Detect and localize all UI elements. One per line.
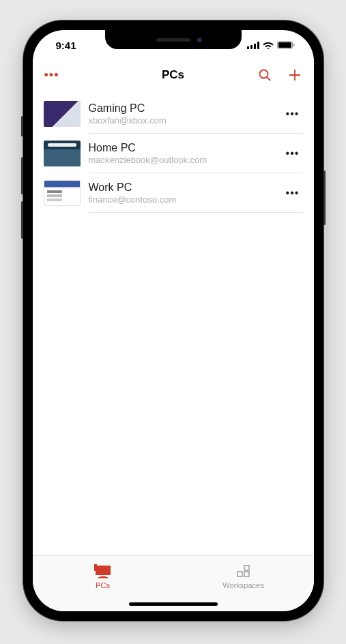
wifi-icon <box>263 41 274 49</box>
svg-point-7 <box>259 70 268 78</box>
status-time: 9:41 <box>56 40 76 51</box>
phone-frame: 9:41 ••• PCs <box>23 20 323 621</box>
svg-rect-3 <box>257 42 259 49</box>
list-item[interactable]: Home PC mackenziebook@outlook.com ••• <box>33 134 314 173</box>
notch <box>105 30 242 49</box>
svg-rect-12 <box>94 564 97 571</box>
svg-rect-1 <box>250 45 253 49</box>
tab-label: PCs <box>96 581 110 589</box>
tab-workspaces[interactable]: Workspaces <box>173 556 314 598</box>
cellular-icon <box>247 42 259 49</box>
search-button[interactable] <box>257 67 273 83</box>
status-indicators <box>247 41 295 49</box>
item-more-button[interactable]: ••• <box>283 108 303 119</box>
svg-line-8 <box>267 77 270 80</box>
add-button[interactable] <box>287 67 303 83</box>
pc-account: mackenziebook@outlook.com <box>89 155 274 165</box>
workspaces-icon <box>235 564 253 579</box>
list-item[interactable]: Gaming PC xboxfan@xbox.com ••• <box>33 94 314 134</box>
pc-name: Gaming PC <box>89 102 274 115</box>
svg-rect-14 <box>98 577 108 579</box>
pc-name: Work PC <box>89 181 274 194</box>
header: ••• PCs <box>33 60 314 90</box>
plus-icon <box>287 68 302 83</box>
pc-thumbnail <box>44 180 81 206</box>
svg-rect-13 <box>100 576 106 577</box>
pc-account: xboxfan@xbox.com <box>89 115 274 126</box>
svg-rect-11 <box>96 566 111 575</box>
pc-thumbnail <box>44 141 81 166</box>
svg-rect-5 <box>278 42 291 48</box>
svg-rect-0 <box>247 46 249 49</box>
list-item[interactable]: Work PC finance@contoso.com ••• <box>33 173 314 213</box>
svg-rect-17 <box>244 566 249 570</box>
pc-name: Home PC <box>89 142 274 154</box>
svg-rect-2 <box>254 44 256 49</box>
pc-account: finance@contoso.com <box>89 194 274 205</box>
item-more-button[interactable]: ••• <box>283 148 303 159</box>
monitor-icon <box>94 564 112 579</box>
svg-rect-16 <box>244 572 249 576</box>
battery-icon <box>277 41 295 49</box>
tab-label: Workspaces <box>222 581 263 589</box>
search-icon <box>258 68 272 82</box>
tab-pcs[interactable]: PCs <box>33 556 173 598</box>
pc-thumbnail <box>44 101 81 127</box>
pc-list: Gaming PC xboxfan@xbox.com ••• Home PC m… <box>33 90 314 555</box>
item-more-button[interactable]: ••• <box>283 188 303 199</box>
svg-rect-15 <box>237 572 242 576</box>
home-indicator[interactable] <box>129 602 218 606</box>
screen: 9:41 ••• PCs <box>33 30 314 611</box>
menu-more-icon[interactable]: ••• <box>44 67 60 83</box>
svg-rect-6 <box>293 44 295 46</box>
